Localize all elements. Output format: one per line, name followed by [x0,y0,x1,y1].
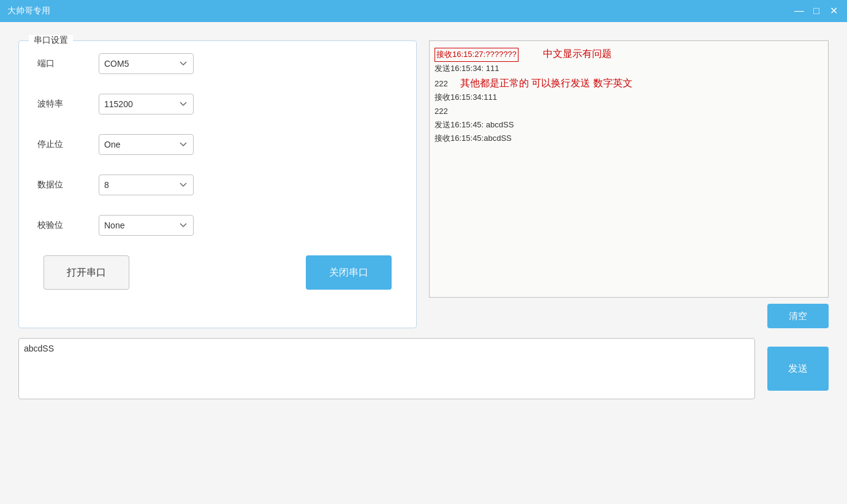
log-comment-chinese: 中文显示有问题 [543,46,612,62]
databit-label: 数据位 [37,179,99,190]
parity-label: 校验位 [37,220,99,231]
maximize-button[interactable]: □ [810,6,822,16]
log-comment-normal: 其他都是正常的 可以换行发送 数字英文 [460,75,632,91]
title-bar-controls: — □ ✕ [793,6,840,16]
window: 大帅哥专用 — □ ✕ 串口设置 端口 COM5 COM1 COM2 COM3 [0,0,847,504]
window-title: 大帅哥专用 [7,6,50,17]
baud-select[interactable]: 115200 9600 19200 38400 57600 [99,94,194,115]
send-input[interactable]: abcdSS [18,338,755,399]
log-line-1: 接收16:15:27:??????? 中文显示有问题 [435,46,823,62]
main-content: 串口设置 端口 COM5 COM1 COM2 COM3 COM4 波特率 [0,22,847,504]
log-recv-1: 接收16:15:34:111 [435,91,823,104]
title-bar: 大帅哥专用 — □ ✕ [0,0,847,22]
log-222-2: 222 [435,105,823,118]
bottom-section: abcdSS 发送 [18,338,829,399]
log-panel[interactable]: 接收16:15:27:??????? 中文显示有问题 发送16:15:34: 1… [429,40,829,298]
parity-select[interactable]: None Odd Even Mark Space [99,215,194,236]
stopbit-label: 停止位 [37,139,99,150]
databit-select[interactable]: 8 5 6 7 [99,175,194,195]
log-line-6: 发送16:15:45: abcdSS [435,118,823,132]
clear-btn-row: 清空 [429,304,829,328]
clear-button[interactable]: 清空 [767,304,829,328]
top-row: 串口设置 端口 COM5 COM1 COM2 COM3 COM4 波特率 [18,40,829,328]
baud-row: 波特率 115200 9600 19200 38400 57600 [37,94,398,115]
close-button[interactable]: ✕ [827,6,840,16]
log-send-2: 发送16:15:45: abcdSS [435,118,823,132]
minimize-button[interactable]: — [793,6,805,16]
open-port-button[interactable]: 打开串口 [44,255,129,290]
log-line-5: 222 [435,105,823,118]
send-button[interactable]: 发送 [767,347,829,391]
log-line-3: 222 其他都是正常的 可以换行发送 数字英文 [435,75,823,91]
baud-label: 波特率 [37,99,99,110]
databit-row: 数据位 8 5 6 7 [37,175,398,195]
serial-panel: 串口设置 端口 COM5 COM1 COM2 COM3 COM4 波特率 [18,40,417,328]
log-line-7: 接收16:15:45:abcdSS [435,132,823,145]
stopbit-row: 停止位 One Two OnePointFive [37,134,398,155]
port-label: 端口 [37,58,99,69]
close-port-button[interactable]: 关闭串口 [306,255,392,290]
right-column: 接收16:15:27:??????? 中文显示有问题 发送16:15:34: 1… [429,40,829,328]
stopbit-select[interactable]: One Two OnePointFive [99,134,194,155]
port-select[interactable]: COM5 COM1 COM2 COM3 COM4 [99,53,194,74]
serial-button-row: 打开串口 关闭串口 [37,255,398,290]
log-error-entry: 接收16:15:27:??????? [435,48,518,62]
panel-legend: 串口设置 [29,35,73,46]
port-row: 端口 COM5 COM1 COM2 COM3 COM4 [37,53,398,74]
log-line-2: 发送16:15:34: 111 [435,62,823,75]
log-recv-2: 接收16:15:45:abcdSS [435,132,823,145]
log-send-1: 发送16:15:34: 111 [435,62,499,75]
parity-row: 校验位 None Odd Even Mark Space [37,215,398,236]
log-222-1: 222 [435,77,448,91]
log-line-4: 接收16:15:34:111 [435,91,823,104]
